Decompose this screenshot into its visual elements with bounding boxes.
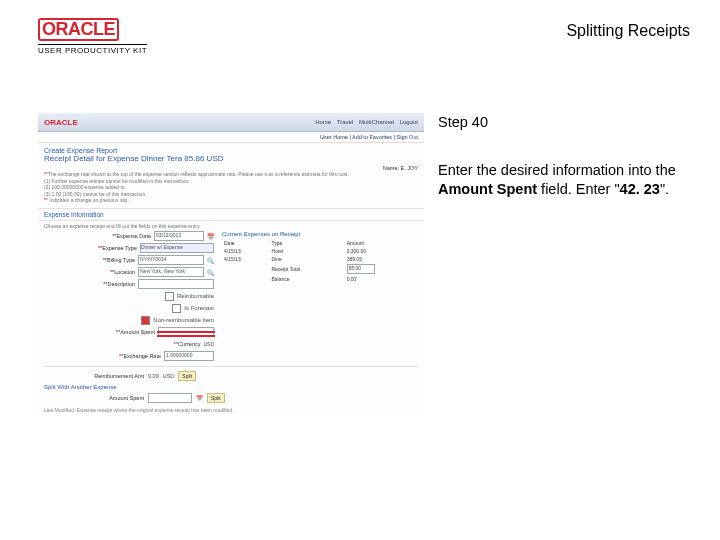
instruction-panel: Step 40 Enter the desired information in… xyxy=(438,113,690,413)
nav-home[interactable]: Home xyxy=(315,119,331,125)
nonreimb-checkbox[interactable] xyxy=(141,316,150,325)
app-screenshot: ORACLE Home Travel MultiChannel Logout U… xyxy=(38,113,424,413)
app-logo: ORACLE xyxy=(44,118,78,127)
reimbursable-checkbox[interactable] xyxy=(165,292,174,301)
instruction-text: Enter the desired information into the A… xyxy=(438,161,690,200)
form-hint: Choose an expense receipt and fill out t… xyxy=(38,223,424,232)
nonreimb-label: Non-reimbursable item xyxy=(153,317,214,323)
reimb-amt-value: 0.00 xyxy=(148,373,159,379)
calendar-icon[interactable]: 📅 xyxy=(207,233,214,240)
page-title: Splitting Receipts xyxy=(566,22,690,40)
nav-travel[interactable]: Travel xyxy=(337,119,353,125)
split-button[interactable]: Split xyxy=(178,371,196,381)
split-header: Split With Another Expense xyxy=(38,382,424,392)
type-select[interactable]: Dinner w/ Expense xyxy=(140,243,214,253)
billing-label: *Billing Type xyxy=(105,257,135,263)
breadcrumb: Create Expense Report xyxy=(38,143,424,154)
receipt-title: Receipt Detail for Expense Dinner Tera 8… xyxy=(38,154,424,165)
lookup-icon[interactable]: 🔍 xyxy=(207,269,214,276)
desc-label: *Description xyxy=(105,281,135,287)
type-label: *Expense Type xyxy=(100,245,137,251)
receipt-table: DateTypeAmount 4/15/13Hotel2,300.00 4/15… xyxy=(222,239,418,283)
rate-input[interactable]: 1.00000000 xyxy=(164,351,214,361)
forecast-label: Is Forecast xyxy=(184,305,214,311)
billing-input[interactable]: NY/NY0014 xyxy=(138,255,204,265)
amount-label: *Amount Spent xyxy=(118,329,155,335)
currency-value: USD xyxy=(203,341,214,347)
notes: **The exchange rate shown at the top of … xyxy=(38,171,424,206)
oracle-logo: ORACLE xyxy=(38,18,147,41)
date-label: *Expense Date xyxy=(114,233,151,239)
step-label: Step 40 xyxy=(438,113,690,133)
brand-block: ORACLE USER PRODUCTIVITY KIT xyxy=(38,18,147,55)
forecast-checkbox[interactable] xyxy=(172,304,181,313)
table-row: 4/15/13Dine389.05 xyxy=(222,255,418,263)
reimb-amt-label: Reimbursement Amt xyxy=(44,373,144,379)
nav-multichannel[interactable]: MultiChannel xyxy=(359,119,394,125)
lookup-icon[interactable]: 🔍 xyxy=(207,257,214,264)
split-button-2[interactable]: Split xyxy=(207,393,225,403)
upk-label: USER PRODUCTIVITY KIT xyxy=(38,44,147,55)
calendar-icon[interactable]: 📅 xyxy=(196,395,203,401)
footer-note: Last Modified: Expense receipt where the… xyxy=(38,404,424,413)
reimb-amt-curr: USD xyxy=(163,373,175,379)
date-input[interactable]: 03/12/2013 xyxy=(154,231,204,241)
spent-label: Amount Spent xyxy=(44,395,144,401)
currency-label: *Currency xyxy=(176,341,200,347)
expense-form: **Expense Date03/12/2013📅 **Expense Type… xyxy=(44,231,214,363)
location-input[interactable]: New York, New York xyxy=(138,267,204,277)
reimbursable-label: Reimbursable xyxy=(177,293,214,299)
app-subnav: User Home | Add to Favorites | Sign Out xyxy=(38,132,424,143)
nav-logout[interactable]: Logout xyxy=(400,119,418,125)
app-nav: Home Travel MultiChannel Logout xyxy=(311,119,418,125)
location-label: *Location xyxy=(112,269,135,275)
rate-label: *Exchange Rate xyxy=(121,353,161,359)
amount-spent-input[interactable] xyxy=(158,327,214,337)
table-row: 4/15/13Hotel2,300.00 xyxy=(222,247,418,255)
desc-input[interactable] xyxy=(138,279,214,289)
expense-info-header: Expense Information xyxy=(38,208,424,221)
app-topbar: ORACLE Home Travel MultiChannel Logout xyxy=(38,113,424,132)
receipt-table-title: Current Expenses on Receipt xyxy=(222,231,418,237)
spent-input[interactable] xyxy=(148,393,192,403)
total-input[interactable]: 85.00 xyxy=(347,264,375,274)
